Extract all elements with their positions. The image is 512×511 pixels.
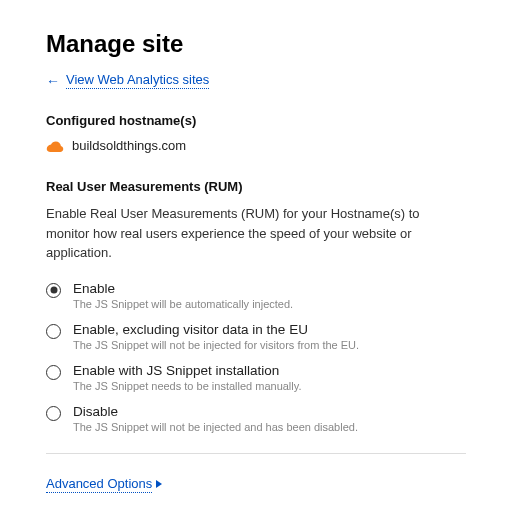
hostnames-heading: Configured hostname(s) bbox=[46, 113, 466, 128]
radio-hint: The JS Snippet needs to be installed man… bbox=[73, 380, 302, 392]
caret-right-icon bbox=[156, 480, 162, 488]
radio-icon bbox=[46, 324, 61, 339]
divider bbox=[46, 453, 466, 454]
radio-hint: The JS Snippet will not be injected and … bbox=[73, 421, 358, 433]
advanced-options-label: Advanced Options bbox=[46, 476, 152, 493]
radio-label: Disable bbox=[73, 404, 358, 419]
radio-icon bbox=[46, 365, 61, 380]
radio-icon bbox=[46, 406, 61, 421]
rum-radio-group: Enable The JS Snippet will be automatica… bbox=[46, 281, 466, 433]
radio-label: Enable with JS Snippet installation bbox=[73, 363, 302, 378]
hostname-row: buildsoldthings.com bbox=[46, 138, 466, 153]
rum-option-enable[interactable]: Enable The JS Snippet will be automatica… bbox=[46, 281, 466, 310]
rum-option-enable-js-snippet[interactable]: Enable with JS Snippet installation The … bbox=[46, 363, 466, 392]
rum-option-disable[interactable]: Disable The JS Snippet will not be injec… bbox=[46, 404, 466, 433]
radio-hint: The JS Snippet will be automatically inj… bbox=[73, 298, 293, 310]
radio-label: Enable bbox=[73, 281, 293, 296]
cloud-icon bbox=[46, 140, 64, 152]
page-title: Manage site bbox=[46, 30, 466, 58]
radio-hint: The JS Snippet will not be injected for … bbox=[73, 339, 359, 351]
radio-icon bbox=[46, 283, 61, 298]
rum-option-enable-ex-eu[interactable]: Enable, excluding visitor data in the EU… bbox=[46, 322, 466, 351]
rum-description: Enable Real User Measurements (RUM) for … bbox=[46, 204, 466, 263]
back-link[interactable]: ← View Web Analytics sites bbox=[46, 72, 209, 89]
arrow-left-icon: ← bbox=[46, 73, 60, 89]
advanced-options-toggle[interactable]: Advanced Options bbox=[46, 476, 162, 493]
radio-label: Enable, excluding visitor data in the EU bbox=[73, 322, 359, 337]
hostname-value: buildsoldthings.com bbox=[72, 138, 186, 153]
back-link-label: View Web Analytics sites bbox=[66, 72, 209, 89]
rum-heading: Real User Measurements (RUM) bbox=[46, 179, 466, 194]
